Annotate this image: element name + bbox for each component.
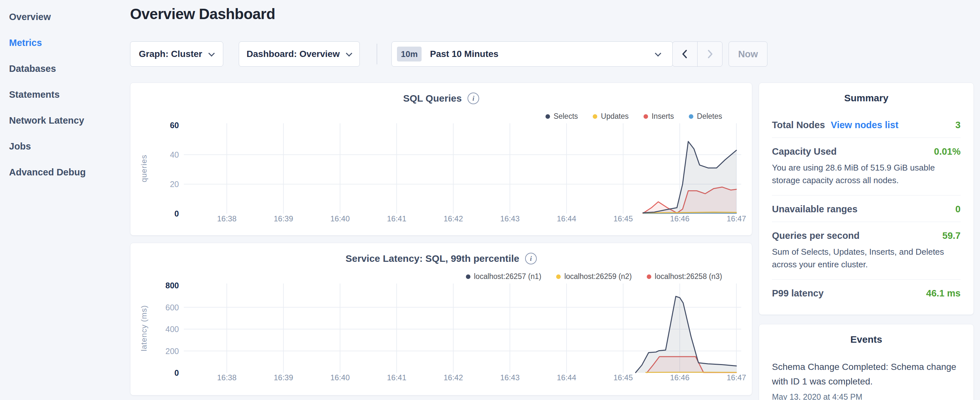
time-range-badge: 10m (397, 46, 422, 62)
x-tick-label: 16:38 (217, 373, 237, 382)
x-tick-label: 16:46 (670, 214, 689, 223)
sidebar-item-metrics[interactable]: Metrics (0, 30, 130, 56)
time-range-dropdown[interactable]: 10m Past 10 Minutes (391, 41, 673, 67)
now-button[interactable]: Now (729, 41, 767, 67)
capacity-used-label: Capacity Used (772, 146, 837, 157)
sidebar-item-overview[interactable]: Overview (0, 4, 130, 30)
summary-title: Summary (772, 92, 961, 104)
time-step-buttons (672, 41, 722, 67)
y-tick-label: 20 (170, 180, 179, 189)
db-console-page: Overview Metrics Databases Statements Ne… (0, 0, 980, 400)
x-tick-label: 16:46 (670, 373, 689, 382)
series-area (636, 296, 737, 373)
qps-label: Queries per second (772, 230, 860, 241)
x-tick-label: 16:47 (727, 214, 746, 223)
p99-latency-value: 46.1 ms (926, 288, 961, 299)
x-tick-label: 16:38 (217, 214, 237, 223)
x-tick-label: 16:40 (330, 214, 350, 223)
toolbar-divider (377, 44, 377, 64)
events-panel: Events Schema Change Completed: Schema c… (759, 324, 974, 400)
x-tick-label: 16:47 (727, 373, 746, 382)
time-step-forward-button[interactable] (698, 42, 722, 66)
qps-description: Sum of Selects, Updates, Inserts, and De… (772, 245, 961, 279)
sql-queries-chart[interactable]: 16:3816:3916:4016:4116:4216:4316:4416:45… (130, 83, 752, 236)
graph-scope-dropdown[interactable]: Graph: Cluster (130, 41, 223, 67)
x-tick-label: 16:39 (274, 373, 293, 382)
graph-scope-label: Graph: Cluster (139, 49, 202, 59)
chevron-left-icon (681, 49, 689, 59)
y-axis-label: queries (140, 155, 148, 183)
summary-panel: Summary Total Nodes View nodes list 3 Ca… (759, 83, 974, 315)
x-tick-label: 16:39 (274, 214, 293, 223)
page-title: Overview Dashboard (130, 5, 275, 23)
y-tick-label: 40 (170, 150, 179, 159)
y-tick-label: 800 (165, 281, 179, 290)
x-tick-label: 16:44 (557, 373, 576, 382)
y-tick-label: 60 (170, 121, 179, 130)
y-axis-label: latency (ms) (140, 305, 148, 351)
sidebar-item-jobs[interactable]: Jobs (0, 133, 130, 159)
dashboard-label: Dashboard: Overview (247, 49, 340, 59)
time-range-label: Past 10 Minutes (430, 49, 499, 59)
x-tick-label: 16:44 (557, 214, 576, 223)
view-nodes-list-link[interactable]: View nodes list (831, 120, 899, 131)
x-tick-label: 16:43 (500, 214, 520, 223)
sidebar-item-network-latency[interactable]: Network Latency (0, 107, 130, 133)
x-tick-label: 16:42 (444, 214, 463, 223)
time-step-back-button[interactable] (673, 42, 698, 66)
summary-row-p99: P99 latency 46.1 ms (772, 280, 961, 306)
summary-row-unavailable-ranges: Unavailable ranges 0 (772, 196, 961, 222)
dashboard-dropdown[interactable]: Dashboard: Overview (239, 41, 360, 67)
chevron-down-icon (346, 50, 352, 57)
x-tick-label: 16:43 (500, 373, 520, 382)
capacity-used-value: 0.01% (934, 146, 961, 157)
sidebar-item-statements[interactable]: Statements (0, 81, 130, 107)
capacity-used-description: You are using 28.6 MiB of 515.9 GiB usab… (772, 161, 961, 195)
event-message: Schema Change Completed: Schema change w… (772, 360, 961, 389)
y-tick-label: 600 (165, 303, 179, 312)
sidebar-item-advanced-debug[interactable]: Advanced Debug (0, 159, 130, 185)
summary-row-qps: Queries per second 59.7 (772, 222, 961, 248)
sql-queries-chart-card: SQL Queries i SelectsUpdatesInsertsDelet… (130, 83, 752, 236)
service-latency-chart-card: Service Latency: SQL, 99th percentile i … (130, 243, 752, 395)
y-tick-label: 200 (165, 347, 179, 356)
unavailable-ranges-value: 0 (955, 204, 961, 215)
service-latency-chart[interactable]: 16:3816:3916:4016:4116:4216:4316:4416:45… (130, 243, 752, 396)
chevron-down-icon (208, 50, 215, 57)
y-tick-label: 0 (174, 209, 179, 218)
x-tick-label: 16:45 (613, 214, 633, 223)
chevron-down-icon (655, 50, 661, 57)
x-tick-label: 16:42 (444, 373, 463, 382)
sidebar-item-databases[interactable]: Databases (0, 56, 130, 81)
events-title: Events (772, 334, 961, 345)
x-tick-label: 16:40 (330, 373, 350, 382)
p99-latency-label: P99 latency (772, 288, 824, 299)
summary-row-total-nodes: Total Nodes View nodes list 3 (772, 112, 961, 137)
x-tick-label: 16:41 (387, 214, 406, 223)
sidebar: Overview Metrics Databases Statements Ne… (0, 0, 130, 400)
y-tick-label: 0 (174, 368, 179, 377)
x-tick-label: 16:45 (613, 373, 633, 382)
total-nodes-value: 3 (955, 120, 961, 131)
total-nodes-label: Total Nodes (772, 120, 825, 131)
unavailable-ranges-label: Unavailable ranges (772, 204, 858, 215)
event-timestamp: May 13, 2020 at 4:45 PM (772, 392, 961, 400)
chevron-right-icon (706, 49, 714, 59)
x-tick-label: 16:41 (387, 373, 406, 382)
summary-row-capacity: Capacity Used 0.01% (772, 138, 961, 164)
y-tick-label: 400 (165, 325, 179, 334)
qps-value: 59.7 (942, 230, 961, 241)
